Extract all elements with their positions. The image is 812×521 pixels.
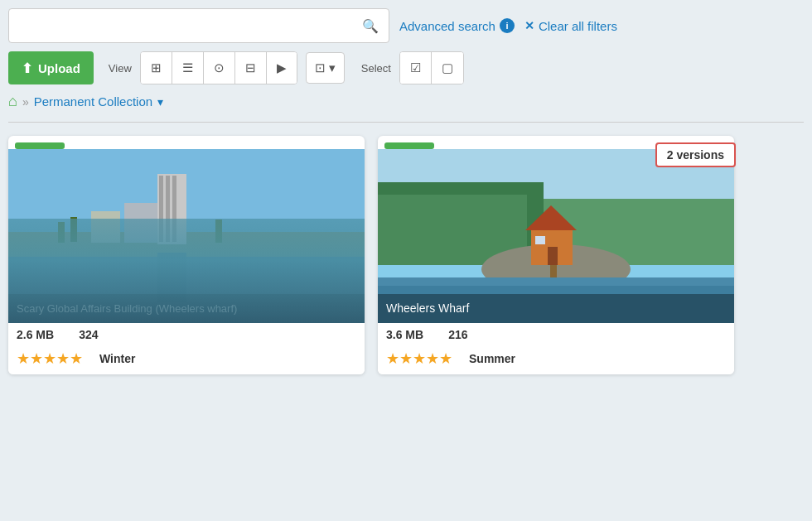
svg-rect-2: [8, 248, 365, 323]
card-2-size: 3.6 MB: [386, 328, 423, 341]
square-icon: ▢: [442, 60, 453, 75]
svg-rect-10: [58, 222, 65, 243]
svg-rect-12: [215, 219, 222, 243]
svg-text:Wheelers Wharf: Wheelers Wharf: [386, 302, 469, 315]
collection-breadcrumb-link[interactable]: Permanent Collection: [34, 94, 152, 109]
chevron-down-icon: ▾: [329, 60, 336, 75]
list-view-button[interactable]: ☰: [172, 52, 204, 84]
select-buttons: ☑ ▢: [399, 51, 464, 84]
check-icon: ☑: [410, 60, 421, 75]
cards-grid: Scary Global Affairs Building (Wheelers …: [8, 136, 804, 374]
grid-icon: ⊞: [151, 60, 162, 75]
svg-rect-11: [70, 217, 77, 242]
card-2-meta: 3.6 MB 216: [378, 323, 734, 346]
clear-filters-link[interactable]: ✕ Clear all filters: [524, 19, 617, 33]
card-2-footer: ★★★★★ Summer: [378, 346, 734, 374]
card-1-stars: ★★★★★: [17, 350, 83, 368]
checkbox-select-button[interactable]: ☑: [400, 52, 432, 84]
home-icon[interactable]: ⌂: [8, 93, 17, 110]
card-2-tag: Summer: [469, 352, 515, 365]
upload-button[interactable]: ⬆ Upload: [8, 51, 94, 84]
search-icon: 🔍: [362, 19, 379, 33]
card-1-image: Scary Global Affairs Building (Wheelers …: [8, 149, 365, 323]
info-icon: i: [500, 18, 515, 33]
search-button[interactable]: 🔍: [359, 15, 382, 37]
svg-rect-7: [172, 176, 176, 242]
svg-rect-5: [159, 176, 163, 242]
divider: [8, 122, 804, 123]
svg-rect-24: [548, 247, 558, 265]
clear-icon: ✕: [524, 19, 534, 32]
view-dropdown-button[interactable]: ⊡ ▾: [306, 52, 345, 84]
card-2-count: 216: [448, 328, 467, 341]
svg-rect-9: [91, 211, 120, 243]
card-2-stars: ★★★★★: [386, 350, 452, 368]
search-input[interactable]: [16, 19, 359, 32]
card-2-status-bar: [384, 142, 434, 149]
view-buttons: ⊞ ☰ ⊙ ⊟ ▶: [140, 51, 297, 84]
toolbar-row: ⬆ Upload View ⊞ ☰ ⊙ ⊟ ▶ ⊡ ▾ Select: [8, 51, 804, 84]
search-row: 🔍 Advanced search i ✕ Clear all filters: [8, 8, 804, 43]
card-2: 2 versions: [378, 136, 734, 374]
select-label: Select: [361, 62, 391, 75]
card-1: Scary Global Affairs Building (Wheelers …: [8, 136, 365, 374]
list-icon: ☰: [182, 60, 193, 75]
dropdown-icon: ⊡: [315, 60, 326, 75]
svg-rect-13: [157, 253, 186, 302]
search-box: 🔍: [8, 8, 389, 43]
card-1-size: 2.6 MB: [17, 328, 54, 341]
masonry-icon: ⊟: [245, 60, 256, 75]
card-1-footer: ★★★★★ Winter: [8, 346, 365, 374]
advanced-search-link[interactable]: Advanced search i: [399, 18, 515, 33]
upload-label: Upload: [38, 61, 80, 75]
card-1-tag: Winter: [99, 352, 135, 365]
advanced-search-label: Advanced search: [399, 19, 495, 33]
svg-text:Scary Global Affairs Building : Scary Global Affairs Building (Wheelers …: [17, 302, 237, 315]
versions-badge[interactable]: 2 versions: [655, 142, 736, 167]
map-icon: ⊙: [214, 60, 225, 75]
masonry-view-button[interactable]: ⊟: [235, 52, 267, 84]
upload-icon: ⬆: [22, 60, 32, 76]
view-label: View: [109, 62, 132, 75]
card-1-meta: 2.6 MB 324: [8, 323, 365, 346]
svg-rect-8: [124, 203, 157, 243]
square-select-button[interactable]: ▢: [432, 52, 463, 84]
svg-rect-6: [166, 176, 170, 242]
svg-rect-25: [535, 236, 545, 244]
grid-view-button[interactable]: ⊞: [141, 52, 172, 84]
play-view-button[interactable]: ▶: [267, 52, 297, 84]
breadcrumb-dropdown-icon[interactable]: ▾: [157, 95, 163, 109]
breadcrumb-separator: »: [22, 95, 29, 109]
map-view-button[interactable]: ⊙: [204, 52, 235, 84]
play-icon: ▶: [277, 60, 287, 75]
clear-filters-label: Clear all filters: [539, 19, 617, 33]
svg-rect-3: [8, 232, 365, 257]
svg-rect-14: [8, 294, 365, 323]
breadcrumb: ⌂ » Permanent Collection ▾: [8, 93, 804, 110]
card-2-image: Wheelers Wharf: [378, 149, 734, 323]
card-1-status-bar: [15, 142, 65, 149]
card-1-count: 324: [79, 328, 98, 341]
